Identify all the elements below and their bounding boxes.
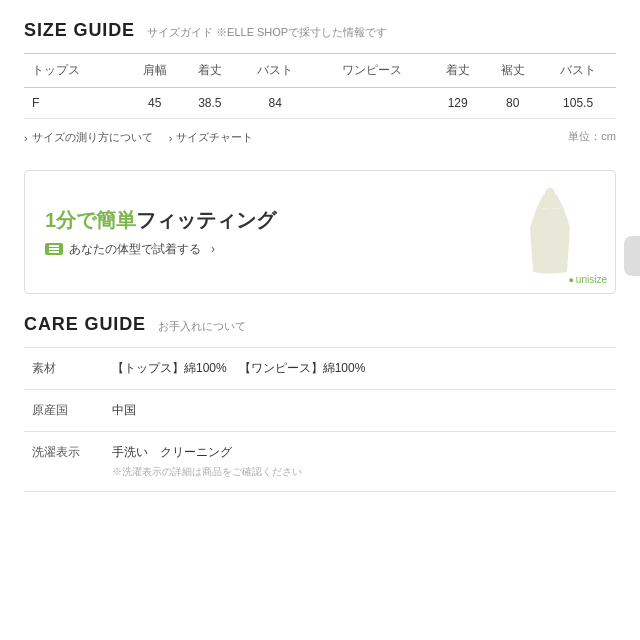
unisize-title-accent: 1分で簡単 <box>45 209 136 231</box>
unisize-subtitle-row: あなたの体型で試着する › <box>45 241 276 258</box>
size-unit: 単位：cm <box>568 129 616 144</box>
size-guide-title: SIZE GUIDE <box>24 20 135 41</box>
unisize-subtitle-text: あなたの体型で試着する <box>69 241 201 258</box>
size-cell-0: F <box>24 88 127 119</box>
col-header-length1: 着丈 <box>182 54 237 88</box>
size-cell-6: 80 <box>485 88 540 119</box>
size-cell-1: 45 <box>127 88 182 119</box>
unisize-title-normal: フィッティング <box>136 209 276 231</box>
care-label-0: 素材 <box>24 348 104 390</box>
care-value-0: 【トップス】綿100% 【ワンピース】綿100% <box>104 348 616 390</box>
size-links: サイズの測り方について サイズチャート <box>24 130 253 145</box>
unisize-content: 1分で簡単フィッティング あなたの体型で試着する › <box>45 207 276 258</box>
size-guide-subtitle: サイズガイド ※ELLE SHOPで採寸した情報です <box>147 25 387 40</box>
size-guide-header: SIZE GUIDE サイズガイド ※ELLE SHOPで採寸した情報です <box>24 20 616 41</box>
care-value-1: 中国 <box>104 390 616 432</box>
size-cell-5: 129 <box>430 88 485 119</box>
col-header-onepiece: ワンピース <box>313 54 430 88</box>
scrollbar[interactable] <box>624 236 640 276</box>
chart-link[interactable]: サイズチャート <box>169 130 254 145</box>
care-table: 素材【トップス】綿100% 【ワンピース】綿100%原産国中国洗濯表示手洗い ク… <box>24 347 616 492</box>
col-header-length2: 着丈 <box>430 54 485 88</box>
care-guide-header: CARE GUIDE お手入れについて <box>24 314 616 335</box>
care-guide-section: CARE GUIDE お手入れについて 素材【トップス】綿100% 【ワンピース… <box>24 314 616 492</box>
measuring-link[interactable]: サイズの測り方について <box>24 130 153 145</box>
unisize-banner[interactable]: 1分で簡単フィッティング あなたの体型で試着する › ● unisize <box>24 170 616 294</box>
col-header-bust1: バスト <box>237 54 313 88</box>
size-cell-7: 105.5 <box>540 88 616 119</box>
care-table-row: 素材【トップス】綿100% 【ワンピース】綿100% <box>24 348 616 390</box>
size-cell-4 <box>313 88 430 119</box>
size-table: トップス 肩幅 着丈 バスト ワンピース 着丈 裾丈 バスト F4538.584… <box>24 53 616 119</box>
size-cell-3: 84 <box>237 88 313 119</box>
care-table-row: 洗濯表示手洗い クリーニング※洗濯表示の詳細は商品をご確認ください <box>24 432 616 492</box>
unisize-icon <box>45 243 63 255</box>
dress-illustration <box>515 187 585 277</box>
size-cell-2: 38.5 <box>182 88 237 119</box>
unisize-arrow: › <box>211 242 215 256</box>
unisize-logo: ● unisize <box>568 274 607 285</box>
care-note-2: ※洗濯表示の詳細は商品をご確認ください <box>112 465 608 479</box>
col-header-hem: 裾丈 <box>485 54 540 88</box>
care-value-2: 手洗い クリーニング※洗濯表示の詳細は商品をご確認ください <box>104 432 616 492</box>
care-label-1: 原産国 <box>24 390 104 432</box>
svg-point-0 <box>545 188 555 198</box>
col-header-bust2: バスト <box>540 54 616 88</box>
care-guide-title: CARE GUIDE <box>24 314 146 335</box>
col-header-tops: トップス <box>24 54 127 88</box>
size-table-row: F4538.58412980105.5 <box>24 88 616 119</box>
care-label-2: 洗濯表示 <box>24 432 104 492</box>
care-guide-subtitle: お手入れについて <box>158 319 246 334</box>
care-table-row: 原産国中国 <box>24 390 616 432</box>
col-header-shoulder: 肩幅 <box>127 54 182 88</box>
unisize-title: 1分で簡単フィッティング <box>45 207 276 233</box>
